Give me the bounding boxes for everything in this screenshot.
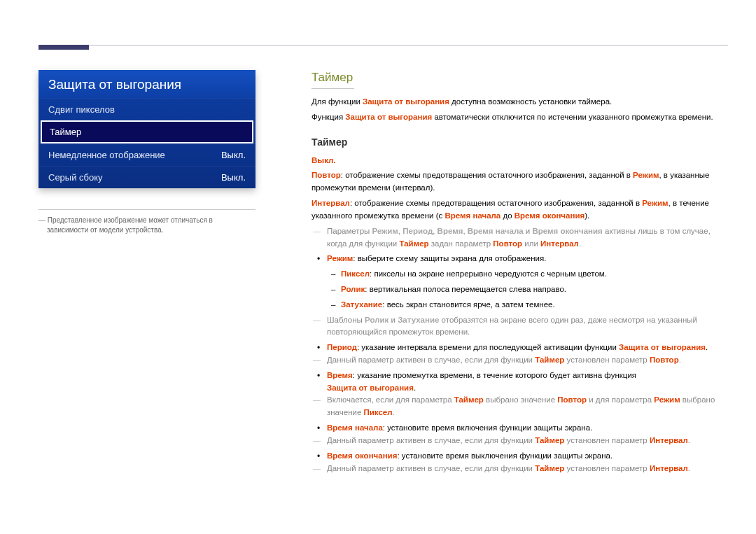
- bullet-period: Период: указание интервала времени для п…: [327, 342, 724, 367]
- bullet-list: Режим: выберите схему защиты экрана для …: [327, 253, 724, 475]
- bullet-end-time: Время окончания: установите время выключ…: [327, 450, 724, 475]
- menu-item-side-gray[interactable]: Серый сбоку Выкл.: [38, 166, 255, 188]
- image-caption: Представленное изображение может отличат…: [38, 216, 255, 235]
- menu-title: Защита от выгорания: [38, 70, 255, 98]
- note-end: Данный параметр активен в случае, если д…: [327, 463, 724, 475]
- section-title: Таймер: [312, 69, 354, 89]
- note-templates: Шаблоны Ролик и Затухание отобразятся на…: [327, 314, 724, 339]
- bullet-mode: Режим: выберите схему защиты экрана для …: [327, 253, 724, 339]
- note-time: Включается, если для параметра Таймер вы…: [327, 394, 724, 419]
- menu-item-value: Выкл.: [221, 150, 246, 160]
- option-off: Выкл.: [312, 155, 724, 167]
- menu-item-value: Выкл.: [221, 172, 246, 183]
- menu-item-timer[interactable]: Таймер: [41, 120, 253, 143]
- note-period: Данный параметр активен в случае, если д…: [327, 354, 724, 367]
- option-repeat: Повтор: отображение схемы предотвращения…: [312, 169, 724, 195]
- dash-list: Пиксел: пикселы на экране непрерывно чер…: [341, 268, 724, 311]
- dash-pixel: Пиксел: пикселы на экране непрерывно чер…: [341, 268, 724, 281]
- left-column: Защита от выгорания Сдвиг пикселов Тайме…: [38, 70, 255, 235]
- bullet-time: Время: указание промежутка времени, в те…: [327, 370, 724, 419]
- dash-roll: Ролик: вертикальная полоса перемещается …: [341, 283, 724, 296]
- menu-item-pixel-shift[interactable]: Сдвиг пикселов: [38, 98, 255, 120]
- intro-line-2: Функция Защита от выгорания автоматическ…: [312, 111, 724, 124]
- dash-fade: Затухание: весь экран становится ярче, а…: [341, 299, 724, 311]
- bullet-start-time: Время начала: установите время включения…: [327, 422, 724, 447]
- menu-item-label: Серый сбоку: [48, 172, 103, 183]
- option-interval: Интервал: отображение схемы предотвращен…: [312, 197, 724, 223]
- top-mark: [38, 45, 89, 50]
- top-rule: [38, 45, 728, 45]
- menu-item-immediate-display[interactable]: Немедленное отображение Выкл.: [38, 143, 255, 166]
- separator: [38, 209, 255, 210]
- note-start: Данный параметр активен в случае, если д…: [327, 435, 724, 447]
- menu-item-label: Сдвиг пикселов: [48, 104, 115, 115]
- osd-menu: Защита от выгорания Сдвиг пикселов Тайме…: [38, 70, 255, 188]
- intro-line-1: Для функции Защита от выгорания доступна…: [312, 96, 724, 108]
- menu-item-label: Таймер: [50, 127, 81, 137]
- note-params-active: Параметры Режим, Период, Время, Время на…: [327, 225, 724, 251]
- sub-title: Таймер: [312, 135, 724, 150]
- right-column: Таймер Для функции Защита от выгорания д…: [312, 69, 724, 477]
- menu-item-label: Немедленное отображение: [48, 150, 165, 160]
